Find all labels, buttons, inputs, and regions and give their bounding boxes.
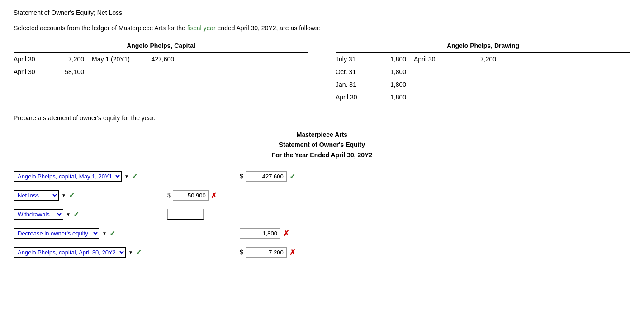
drawing-row-4: April 30 1,800	[336, 91, 630, 103]
drawing-row1-amount: 1,800	[372, 56, 408, 63]
capital-divider	[88, 55, 88, 64]
capital-row1-amount2: 427,600	[140, 56, 176, 63]
dollar-sign-5: $	[240, 249, 243, 256]
prepare-text: Prepare a statement of owner's equity fo…	[14, 114, 630, 122]
drawing-row3-label: Jan. 31	[336, 81, 372, 88]
stmt-label-cell-5: Angelo Phelps, capital, April 30, 20Y2 ▼…	[14, 247, 167, 258]
right-amount-input-1[interactable]	[246, 171, 287, 182]
stmt-right-cell-1: $ ✓	[240, 171, 330, 182]
drawing-row-1: July 31 1,800 April 30 7,200	[336, 53, 630, 66]
drawing-divider	[410, 55, 410, 64]
stmt-row-3: Withdrawals ▼ ✓	[14, 207, 630, 221]
stmt-label-cell-3: Withdrawals ▼ ✓	[14, 209, 167, 220]
statement-divider	[14, 164, 630, 164]
drawing-row2-label: Oct. 31	[336, 68, 372, 75]
dropdown-arrow-4[interactable]: ▼	[102, 231, 107, 236]
fiscal-year-text: fiscal year	[187, 24, 216, 32]
statement-section: Masterpiece Arts Statement of Owner's Eq…	[14, 130, 630, 259]
statement-period: For the Year Ended April 30, 20Y2	[14, 150, 630, 160]
stmt-label-cell-2: Net loss ▼ ✓	[14, 190, 167, 201]
statement-header: Masterpiece Arts Statement of Owner's Eq…	[14, 130, 630, 160]
check-icon-1: ✓	[132, 172, 137, 181]
drawing-table: Angelo Phelps, Drawing July 31 1,800 Apr…	[336, 42, 630, 103]
dropdown-arrow-5[interactable]: ▼	[128, 250, 133, 255]
stmt-row-4: Decrease in owner's equity ▼ ✓ ✗	[14, 226, 630, 240]
page-title: Statement of Owner's Equity; Net Loss	[14, 9, 630, 16]
drawing-row-2: Oct. 31 1,800	[336, 66, 630, 78]
label-dropdown-5[interactable]: Angelo Phelps, capital, April 30, 20Y2	[14, 247, 126, 258]
stmt-row-2: Net loss ▼ ✓ $ ✗	[14, 188, 630, 202]
drawing-table-grid: July 31 1,800 April 30 7,200 Oct. 31 1,8…	[336, 52, 630, 103]
capital-row-2: April 30 58,100	[14, 66, 308, 78]
middle-amount-input-3[interactable]	[167, 209, 204, 220]
drawing-table-title: Angelo Phelps, Drawing	[336, 42, 630, 49]
capital-row2-label: April 30	[14, 68, 50, 75]
check-icon-4: ✓	[109, 229, 115, 238]
right-check-icon-1: ✓	[289, 172, 295, 181]
stmt-middle-cell-3	[167, 209, 240, 220]
stmt-row-5: Angelo Phelps, capital, April 30, 20Y2 ▼…	[14, 245, 630, 259]
drawing-row4-label: April 30	[336, 94, 372, 101]
check-icon-3: ✓	[73, 210, 79, 219]
stmt-label-cell-1: Angelo Phelps, capital, May 1, 20Y1 ▼ ✓	[14, 171, 167, 182]
capital-table: Angelo Phelps, Capital April 30 7,200 Ma…	[14, 42, 308, 103]
drawing-row3-amount: 1,800	[372, 81, 408, 88]
drawing-row4-amount: 1,800	[372, 94, 408, 101]
drawing-divider4	[410, 93, 410, 102]
title-text: Statement of Owner's Equity; Net Loss	[14, 9, 122, 16]
dollar-sign-2: $	[167, 192, 171, 199]
capital-row2-amount: 58,100	[50, 68, 86, 75]
x-icon-5: ✗	[289, 248, 295, 257]
dollar-sign-1: $	[240, 173, 243, 180]
drawing-row1-label: July 31	[336, 56, 372, 63]
intro-paragraph: Selected accounts from the ledger of Mas…	[14, 23, 630, 33]
statement-title: Statement of Owner's Equity	[14, 140, 630, 150]
middle-amount-input-2[interactable]	[173, 190, 209, 201]
drawing-row1-label2: April 30	[412, 56, 462, 63]
statement-company: Masterpiece Arts	[14, 130, 630, 140]
intro-text: Selected accounts from the ledger of Mas…	[14, 24, 185, 32]
drawing-divider2	[410, 67, 410, 76]
drawing-divider3	[410, 80, 410, 89]
check-icon-5: ✓	[136, 248, 142, 257]
capital-divider2	[88, 67, 88, 76]
capital-row1-amount: 7,200	[50, 56, 86, 63]
x-icon-2: ✗	[211, 191, 217, 200]
check-icon-2: ✓	[69, 191, 75, 200]
stmt-row-1: Angelo Phelps, capital, May 1, 20Y1 ▼ ✓ …	[14, 169, 630, 183]
x-icon-4: ✗	[283, 229, 289, 238]
drawing-row1-amount2: 7,200	[462, 56, 498, 63]
stmt-middle-cell-2: $ ✗	[167, 190, 240, 201]
capital-row1-label2: May 1 (20Y1)	[90, 56, 140, 63]
drawing-row2-amount: 1,800	[372, 68, 408, 75]
capital-table-grid: April 30 7,200 May 1 (20Y1) 427,600 Apri…	[14, 52, 308, 78]
right-amount-input-4[interactable]	[240, 228, 280, 239]
label-dropdown-4[interactable]: Decrease in owner's equity	[14, 228, 99, 239]
ledger-section: Angelo Phelps, Capital April 30 7,200 Ma…	[14, 42, 630, 103]
drawing-row-3: Jan. 31 1,800	[336, 78, 630, 91]
dropdown-arrow-2[interactable]: ▼	[62, 193, 66, 198]
label-dropdown-3[interactable]: Withdrawals	[14, 209, 63, 220]
dropdown-arrow-3[interactable]: ▼	[66, 212, 71, 217]
capital-row-1: April 30 7,200 May 1 (20Y1) 427,600	[14, 53, 308, 66]
label-dropdown-2[interactable]: Net loss	[14, 190, 59, 201]
right-amount-input-5[interactable]	[246, 247, 287, 258]
dropdown-arrow-1[interactable]: ▼	[124, 174, 129, 179]
intro-end-text: ended April 30, 20Y2, are as follows:	[218, 24, 320, 32]
label-dropdown-1[interactable]: Angelo Phelps, capital, May 1, 20Y1	[14, 171, 122, 182]
capital-table-title: Angelo Phelps, Capital	[14, 42, 308, 49]
stmt-right-cell-5: $ ✗	[240, 247, 330, 258]
capital-row1-label: April 30	[14, 56, 50, 63]
stmt-label-cell-4: Decrease in owner's equity ▼ ✓	[14, 228, 167, 239]
stmt-right-cell-4: ✗	[240, 228, 330, 239]
